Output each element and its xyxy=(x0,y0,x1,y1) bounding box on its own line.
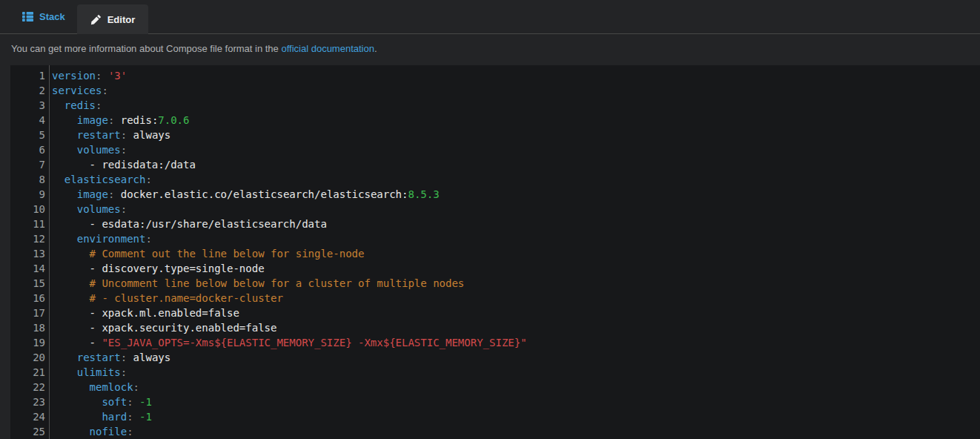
code-editor[interactable]: 1version: '3'2services:3 redis:4 image: … xyxy=(10,65,980,439)
code-line-content: services: xyxy=(49,83,108,98)
code-token-plain xyxy=(52,277,90,289)
code-token-punc: : xyxy=(145,233,151,245)
tab-stack-label: Stack xyxy=(39,11,65,22)
code-token-com: # Comment out the line below for single-… xyxy=(90,248,365,260)
code-line-content: soft: -1 xyxy=(49,395,152,409)
line-number: 2 xyxy=(10,83,49,98)
code-token-key: soft xyxy=(102,396,127,408)
code-line: 11 - esdata:/usr/share/elasticsearch/dat… xyxy=(10,217,980,231)
code-line-content: ulimits: xyxy=(49,365,127,380)
code-token-com: # Uncomment line below below for a clust… xyxy=(90,277,465,289)
code-token-punc: : xyxy=(121,129,127,141)
code-line: 20 restart: always xyxy=(10,350,980,365)
code-line: 10 volumes: xyxy=(10,202,980,217)
code-token-plain xyxy=(52,188,77,200)
line-number: 24 xyxy=(10,409,49,424)
line-number: 20 xyxy=(10,350,49,365)
stack-editor-page: Stack Editor You can get more informatio… xyxy=(0,0,980,439)
code-line: 12 environment: xyxy=(10,231,980,246)
tab-editor[interactable]: Editor xyxy=(77,4,149,34)
code-token-punc: : xyxy=(145,174,151,185)
code-line-content: volumes: xyxy=(49,142,127,157)
code-line-content: - xpack.security.enabled=false xyxy=(49,320,277,335)
code-line: 19 - "ES_JAVA_OPTS=-Xms${ELASTIC_MEMORY_… xyxy=(10,335,980,350)
code-token-punc: : xyxy=(127,411,133,423)
code-token-plain xyxy=(52,381,90,393)
code-token-plain xyxy=(52,144,77,156)
code-token-plain xyxy=(102,70,107,82)
code-line-content: restart: always xyxy=(49,350,170,365)
code-line-content: memlock: xyxy=(49,380,139,395)
code-token-plain xyxy=(52,366,77,378)
code-token-plain xyxy=(52,129,77,141)
code-line-content: environment: xyxy=(49,231,152,246)
code-token-key: volumes xyxy=(77,203,121,215)
tab-stack[interactable]: Stack xyxy=(10,0,77,33)
code-token-plain xyxy=(52,426,90,438)
code-token-plain xyxy=(52,351,77,363)
code-token-plain xyxy=(52,174,64,185)
code-line-content: restart: always xyxy=(49,128,170,142)
code-line-content: # - cluster.name=docker-cluster xyxy=(49,291,283,306)
code-line: 6 volumes: xyxy=(10,142,980,157)
code-line-content: image: redis:7.0.6 xyxy=(49,113,189,128)
code-line: 25 nofile: xyxy=(10,424,980,439)
code-token-key: redis xyxy=(64,99,96,111)
tab-bar: Stack Editor xyxy=(0,0,980,34)
code-line-content: nofile: xyxy=(49,424,133,439)
line-number: 7 xyxy=(10,157,49,172)
code-token-key: ulimits xyxy=(77,366,121,378)
code-line-content: hard: -1 xyxy=(49,409,152,424)
info-text: You can get more information about Compo… xyxy=(11,43,281,54)
code-token-punc: : xyxy=(127,396,133,408)
code-line: 17 - xpack.ml.enabled=false xyxy=(10,306,980,320)
code-token-key: hard xyxy=(102,411,127,423)
code-line: 5 restart: always xyxy=(10,128,980,142)
code-token-punc: : xyxy=(133,381,139,393)
code-token-plain: docker.elastic.co/elasticsearch/elastics… xyxy=(114,188,408,200)
code-line-content: - "ES_JAVA_OPTS=-Xms${ELASTIC_MEMORY_SIZ… xyxy=(49,335,527,350)
code-line: 15 # Uncomment line below below for a cl… xyxy=(10,276,980,291)
line-number: 11 xyxy=(10,217,49,231)
line-number: 18 xyxy=(10,320,49,335)
code-token-key: services xyxy=(52,85,102,96)
code-token-key: restart xyxy=(77,129,121,141)
code-line-content: elasticsearch: xyxy=(49,172,152,187)
code-token-punc: : xyxy=(96,99,102,111)
code-token-plain xyxy=(52,233,77,245)
code-token-punc: : xyxy=(102,85,107,96)
line-number: 14 xyxy=(10,261,49,276)
code-token-plain: - xpack.ml.enabled=false xyxy=(52,307,239,319)
code-token-plain: - xyxy=(52,337,102,349)
code-line: 4 image: redis:7.0.6 xyxy=(10,113,980,128)
code-token-key: image xyxy=(77,114,108,126)
code-line: 7 - redisdata:/data xyxy=(10,157,980,172)
code-token-plain xyxy=(52,396,102,408)
code-line-content: - discovery.type=single-node xyxy=(49,261,265,276)
code-token-key: nofile xyxy=(90,426,128,438)
code-token-str: '3' xyxy=(108,70,127,82)
line-number: 6 xyxy=(10,142,49,157)
code-token-key: elasticsearch xyxy=(64,174,146,185)
code-line: 18 - xpack.security.enabled=false xyxy=(10,320,980,335)
code-line: 13 # Comment out the line below for sing… xyxy=(10,246,980,261)
code-token-num: -1 xyxy=(139,396,152,408)
code-line: 8 elasticsearch: xyxy=(10,172,980,187)
code-token-key: version xyxy=(52,70,96,82)
code-line-content: # Uncomment line below below for a clust… xyxy=(49,276,464,291)
line-number: 22 xyxy=(10,380,49,395)
code-line-content: - redisdata:/data xyxy=(49,157,196,172)
code-token-plain: always xyxy=(127,129,170,141)
code-token-plain xyxy=(133,396,139,408)
code-token-plain xyxy=(133,411,139,423)
code-token-num: 7.0.6 xyxy=(158,114,189,126)
code-line: 21 ulimits: xyxy=(10,365,980,380)
official-documentation-link[interactable]: official documentation xyxy=(281,43,374,54)
code-token-plain xyxy=(52,99,64,111)
line-number: 10 xyxy=(10,202,49,217)
line-number: 12 xyxy=(10,231,49,246)
code-line: 14 - discovery.type=single-node xyxy=(10,261,980,276)
line-number: 4 xyxy=(10,113,49,128)
line-number: 3 xyxy=(10,98,49,113)
th-list-icon xyxy=(22,11,33,22)
